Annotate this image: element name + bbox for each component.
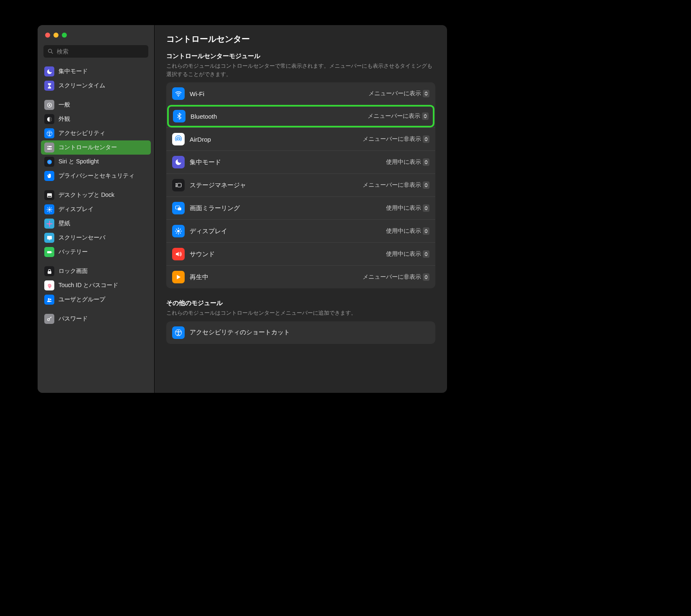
battery-icon xyxy=(44,247,54,257)
minimize-window-button[interactable] xyxy=(53,33,58,38)
module-popup[interactable]: メニューバーに表示 xyxy=(368,112,429,120)
play-icon xyxy=(172,271,185,283)
sidebar-item-label: パスワード xyxy=(58,315,88,323)
search-input[interactable] xyxy=(43,45,148,58)
sidebar-item[interactable]: バッテリー xyxy=(41,245,151,259)
sidebar-item[interactable]: スクリーンタイム xyxy=(41,79,151,93)
chevron-updown-icon xyxy=(423,273,429,281)
sidebar-item-label: コントロールセンター xyxy=(58,144,117,151)
module-popup[interactable]: 使用中に表示 xyxy=(386,158,429,166)
sidebar-item-label: ユーザとグループ xyxy=(58,296,105,303)
module-popup[interactable]: 使用中に表示 xyxy=(386,227,429,235)
sidebar-item[interactable]: ユーザとグループ xyxy=(41,293,151,307)
users-icon xyxy=(44,295,54,305)
sidebar-item[interactable]: 一般 xyxy=(41,98,151,112)
sidebar-item[interactable]: ディスプレイ xyxy=(41,202,151,216)
module-popup[interactable]: 使用中に表示 xyxy=(386,250,429,258)
zoom-window-button[interactable] xyxy=(62,33,67,38)
module-list: アクセシビリティのショートカット xyxy=(166,321,435,344)
sidebar-item-label: Siri と Spotlight xyxy=(58,158,99,165)
moon-icon xyxy=(44,66,54,76)
sidebar-item[interactable]: 集中モード xyxy=(41,64,151,79)
sidebar-item-label: プライバシーとセキュリティ xyxy=(58,172,135,180)
sidebar-item-label: デスクトップと Dock xyxy=(58,191,114,199)
main-pane: コントロールセンター コントロールセンターモジュールこれらのモジュールはコントロ… xyxy=(155,25,447,393)
section-subtitle: これらのモジュールはコントロールセンターとメニューバーに追加できます。 xyxy=(166,309,435,317)
module-row: Wi-Fiメニューバーに表示 xyxy=(166,82,435,105)
sidebar-item[interactable]: アクセシビリティ xyxy=(41,126,151,140)
brightness-icon xyxy=(44,204,54,214)
section-title: コントロールセンターモジュール xyxy=(166,52,435,60)
module-label: 画面ミラーリング xyxy=(190,204,381,212)
section-title: その他のモジュール xyxy=(166,299,435,307)
module-label: ディスプレイ xyxy=(190,227,381,235)
module-popup-value: 使用中に表示 xyxy=(386,227,421,235)
search-icon xyxy=(47,48,54,55)
module-popup[interactable]: メニューバーに非表示 xyxy=(363,273,429,281)
module-label: サウンド xyxy=(190,250,381,258)
bluetooth-icon xyxy=(173,110,185,122)
page-title: コントロールセンター xyxy=(166,33,435,45)
module-popup[interactable]: メニューバーに非表示 xyxy=(363,135,429,143)
close-window-button[interactable] xyxy=(45,33,50,38)
window-controls xyxy=(38,25,154,42)
sidebar-item[interactable]: スクリーンセーバ xyxy=(41,231,151,245)
module-label: 再生中 xyxy=(190,273,358,281)
sidebar-item-label: 壁紙 xyxy=(58,220,70,227)
module-popup-value: 使用中に表示 xyxy=(386,204,421,212)
sidebar-item[interactable]: Siri と Spotlight xyxy=(41,155,151,169)
lock-icon xyxy=(44,266,54,276)
module-label: Bluetooth xyxy=(191,113,363,120)
gear-icon xyxy=(44,100,54,110)
screensaver-icon xyxy=(44,233,54,243)
settings-window: 集中モードスクリーンタイム一般外観アクセシビリティコントロールセンターSiri … xyxy=(38,25,447,393)
sidebar-item[interactable]: プライバシーとセキュリティ xyxy=(41,169,151,183)
accessibility-icon xyxy=(172,326,185,339)
sidebar-item[interactable]: デスクトップと Dock xyxy=(41,188,151,202)
sidebar-item[interactable]: コントロールセンター xyxy=(41,140,151,155)
toggles-icon xyxy=(44,143,54,153)
chevron-updown-icon xyxy=(423,227,429,235)
sidebar-item[interactable]: パスワード xyxy=(41,312,151,326)
sidebar-item[interactable]: Touch ID とパスコード xyxy=(41,278,151,293)
module-row: 集中モード使用中に表示 xyxy=(166,150,435,173)
mirror-icon xyxy=(172,202,185,214)
section-subtitle: これらのモジュールはコントロールセンターで常に表示されます。メニューバーにも表示… xyxy=(166,62,435,78)
module-row: 画面ミラーリング使用中に表示 xyxy=(166,196,435,219)
module-popup[interactable]: メニューバーに表示 xyxy=(368,90,429,97)
sidebar-item-label: 一般 xyxy=(58,101,70,109)
module-row: ディスプレイ使用中に表示 xyxy=(166,219,435,242)
sidebar-item-label: スクリーンタイム xyxy=(58,82,105,89)
dock-icon xyxy=(44,190,54,200)
sidebar-nav: 集中モードスクリーンタイム一般外観アクセシビリティコントロールセンターSiri … xyxy=(38,64,154,393)
module-popup[interactable]: 使用中に表示 xyxy=(386,204,429,212)
module-popup-value: 使用中に表示 xyxy=(386,250,421,258)
module-popup-value: 使用中に表示 xyxy=(386,158,421,166)
wallpaper-icon xyxy=(44,219,54,229)
sidebar-item[interactable]: 壁紙 xyxy=(41,216,151,231)
module-row: 再生中メニューバーに非表示 xyxy=(166,265,435,288)
sidebar-item[interactable]: ロック画面 xyxy=(41,264,151,278)
module-label: アクセシビリティのショートカット xyxy=(190,328,429,336)
sound-icon xyxy=(172,248,185,260)
module-popup-value: メニューバーに非表示 xyxy=(363,135,421,143)
chevron-updown-icon xyxy=(422,112,429,120)
module-list: Wi-Fiメニューバーに表示Bluetoothメニューバーに表示AirDropメ… xyxy=(166,82,435,288)
airdrop-icon xyxy=(172,133,185,145)
appearance-icon xyxy=(44,114,54,124)
brightness-icon xyxy=(172,225,185,237)
module-popup[interactable]: メニューバーに非表示 xyxy=(363,181,429,189)
wifi-icon xyxy=(172,87,185,100)
module-row: アクセシビリティのショートカット xyxy=(166,321,435,344)
module-row: AirDropメニューバーに非表示 xyxy=(166,127,435,150)
hand-icon xyxy=(44,171,54,181)
stage-icon xyxy=(172,179,185,191)
search-field xyxy=(43,45,148,58)
module-label: 集中モード xyxy=(190,158,381,166)
sidebar-item-label: ロック画面 xyxy=(58,267,88,275)
sidebar-item-label: 集中モード xyxy=(58,68,88,75)
module-popup-value: メニューバーに表示 xyxy=(368,112,420,120)
chevron-updown-icon xyxy=(423,135,429,143)
sidebar-item[interactable]: 外観 xyxy=(41,112,151,126)
sidebar: 集中モードスクリーンタイム一般外観アクセシビリティコントロールセンターSiri … xyxy=(38,25,155,393)
